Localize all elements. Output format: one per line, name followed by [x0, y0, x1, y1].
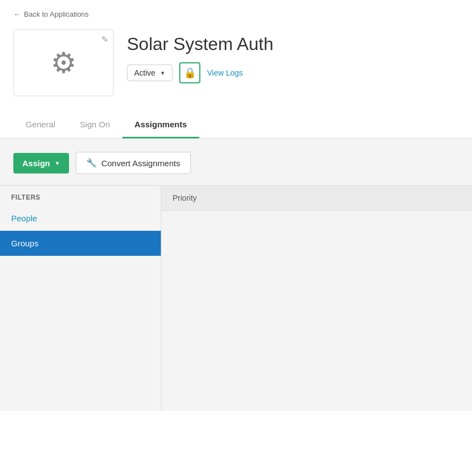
back-arrow-icon: ←	[13, 10, 21, 18]
lock-icon: 🔒	[184, 67, 196, 79]
tab-general[interactable]: General	[13, 112, 67, 138]
back-nav-label[interactable]: Back to Applications	[24, 10, 88, 18]
filter-item-groups[interactable]: Groups	[0, 231, 161, 256]
assign-button[interactable]: Assign ▼	[13, 153, 69, 173]
right-panel: Priority	[161, 186, 472, 411]
edit-icon-button[interactable]: ✎	[101, 34, 109, 44]
app-actions: Active ▼ 🔒 View Logs	[127, 62, 273, 83]
app-title: Solar System Auth	[127, 34, 273, 54]
app-icon-box: ✎ ⚙	[13, 29, 114, 96]
app-info: Solar System Auth Active ▼ 🔒 View Logs	[127, 29, 273, 83]
chevron-down-icon: ▼	[160, 70, 165, 76]
status-value: Active	[134, 68, 155, 77]
convert-assignments-label: Convert Assignments	[101, 158, 180, 168]
assign-dropdown-arrow-icon: ▼	[55, 160, 60, 166]
toolbar: Assign ▼ 🔧 Convert Assignments	[0, 152, 472, 185]
filter-item-people[interactable]: People	[0, 206, 161, 231]
lock-button[interactable]: 🔒	[179, 62, 200, 83]
assign-label: Assign	[22, 158, 50, 168]
tabs-area: General Sign On Assignments	[0, 112, 472, 138]
content-area: Assign ▼ 🔧 Convert Assignments FILTERS P…	[0, 138, 472, 411]
view-logs-link[interactable]: View Logs	[207, 68, 243, 77]
filters-panel: FILTERS People Groups	[0, 186, 161, 411]
convert-assignments-button[interactable]: 🔧 Convert Assignments	[76, 152, 191, 174]
wrench-icon: 🔧	[86, 158, 97, 168]
main-table: FILTERS People Groups Priority	[0, 185, 472, 411]
gear-icon: ⚙	[51, 48, 77, 77]
tab-sign-on[interactable]: Sign On	[67, 112, 122, 138]
tab-assignments[interactable]: Assignments	[122, 112, 199, 138]
back-nav[interactable]: ← Back to Applications	[0, 0, 472, 25]
priority-column-header: Priority	[161, 186, 472, 211]
filters-heading: FILTERS	[0, 186, 161, 206]
status-dropdown[interactable]: Active ▼	[127, 65, 173, 81]
right-panel-body	[161, 211, 472, 411]
header-area: ✎ ⚙ Solar System Auth Active ▼ 🔒 View Lo…	[0, 25, 472, 96]
